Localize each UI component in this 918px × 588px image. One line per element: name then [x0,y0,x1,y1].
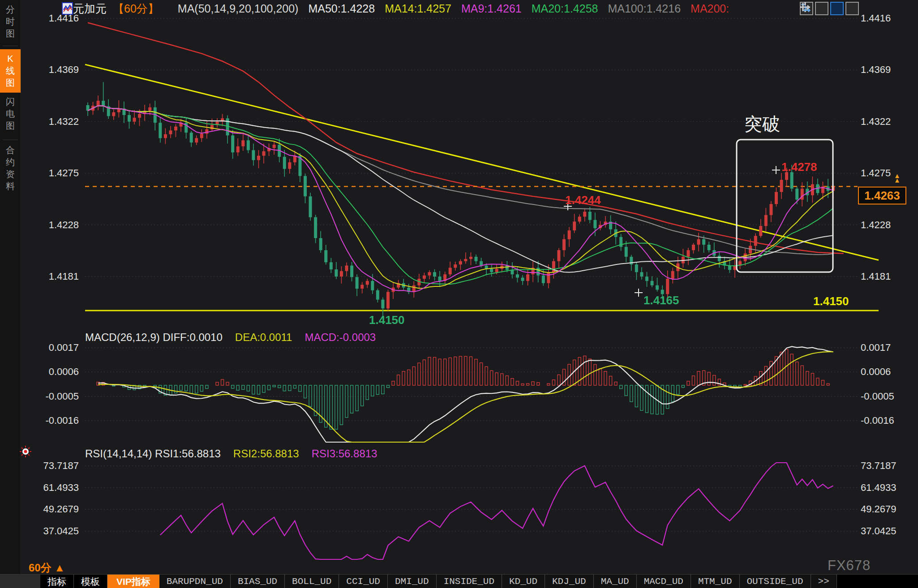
price-axis-tick-right: 1.4369 [861,64,901,76]
rsi-line [160,463,833,559]
breakout-annotation: 突破 [744,112,780,136]
ma-value-label: MA50:1.4228 [308,2,375,15]
cross-marker [772,166,780,174]
sidebar-divider [3,140,18,140]
header-ma-values: MA(50,14,9,20,100,200)MA50:1.4228MA14:1.… [178,2,729,15]
tab-kd-ud[interactable]: KD_UD [502,575,545,588]
tab-指标[interactable]: 指标 [40,575,74,588]
indicator-tabbar: 指标模板VIP指标BARUPDN_UDBIAS_UDBOLL_UDCCI_UDD… [0,574,918,588]
sidebar-tab-kline[interactable]: K线图 [0,49,21,93]
watermark: FX678 [828,558,871,574]
ma-value-label: MA20:1.4258 [532,2,598,15]
price-axis-tick-right: 1.4322 [861,116,901,128]
tabbar-spacer [0,575,40,588]
macd-axis-tick-right: -0.0016 [861,415,901,426]
price-axis-tick-right: 1.4275 [861,167,901,179]
rsi-axis-tick-left: 61.4933 [39,482,79,494]
macd-axis-tick-left: -0.0016 [39,415,79,426]
tab-cci-ud[interactable]: CCI_UD [339,575,388,588]
indicator-value-label: RSI3:56.8813 [312,447,377,460]
rsi-axis-tick-right: 49.2679 [861,503,901,515]
sidebar: 分时图K线图闪电图合约资料 [0,0,21,588]
rsi-axis-tick-right: 73.7187 [861,460,901,472]
macd-axis-tick-right: -0.0005 [861,391,901,402]
ma-value-label: MA(50,14,9,20,100,200) [178,2,299,15]
tab--[interactable]: >> [811,575,837,588]
price-axis-tick-left: 1.4416 [39,13,79,24]
tab-ma-ud[interactable]: MA_UD [594,575,637,588]
macd-axis-tick-left: 0.0017 [39,342,79,354]
chart-header: 美元加元 【60分】 MA(50,14,9,20,100,200)MA50:1.… [62,2,729,15]
sidebar-tab-lightning[interactable]: 闪电图 [0,96,21,132]
chart-toolbar [800,2,859,15]
date-axis: 02/1102/1302/1502/1902/2102/25 [0,559,918,574]
sidebar-tab-timeshare[interactable]: 分时图 [0,4,21,40]
ma-value-label: MA200: [691,2,729,15]
ma-value-label: MA100:1.4216 [608,2,681,15]
sidebar-divider [3,46,18,46]
cross-marker [635,289,643,297]
macd-header: MACD(26,12,9) DIFF:0.0010DEA:0.0011MACD:… [85,331,376,344]
tab-mtm-ud[interactable]: MTM_UD [691,575,740,588]
high-price-label: 1.4278 [781,160,817,174]
indicator-value-label: MACD(26,12,9) DIFF:0.0010 [85,331,223,344]
tab-bias-ud[interactable]: BIAS_UD [231,575,285,588]
trading-app-window: 分时图K线图闪电图合约资料 美元加元 【60分】 MA(50,14,9,20,1… [0,0,918,588]
price-axis-tick-right: 1.4228 [861,219,901,231]
indicator-value-label: MACD:-0.0003 [305,331,376,344]
price-axis-tick-right: 1.4416 [861,13,901,24]
current-price-badge: 1.4263 [858,187,906,205]
tab-inside-ud[interactable]: INSIDE_UD [437,575,502,588]
price-axis-tick-left: 1.4322 [39,116,79,128]
indicator-value-label: DEA:0.0011 [235,331,292,344]
tab-vip指标[interactable]: VIP指标 [107,575,159,588]
tab-macd-ud[interactable]: MACD_UD [637,575,691,588]
sidebar-tab-contract-info[interactable]: 合约资料 [0,144,21,192]
rsi-header: RSI(14,14,14) RSI1:56.8813RSI2:56.8813RS… [85,447,377,460]
rsi-axis-tick-left: 37.0425 [39,525,79,537]
tab-dmi-ud[interactable]: DMI_UD [388,575,437,588]
period-footer-label: 60分 ▲ [29,561,65,575]
macd-axis-tick-left: 0.0006 [39,366,79,378]
macd-axis-tick-left: -0.0005 [39,391,79,402]
indicator-value-label: RSI2:56.8813 [233,447,299,460]
ma50-line [88,106,833,272]
exit-right-icon[interactable] [845,2,859,15]
tab-barupdn-ud[interactable]: BARUPDN_UD [159,575,231,588]
price-axis-tick-left: 1.4181 [39,271,79,282]
rsi-axis-tick-right: 37.0425 [861,525,901,537]
mid-price-label: 1.4244 [565,193,601,207]
period-label: 【60分】 [113,1,159,16]
axis-scale-icon[interactable] [815,2,828,15]
price-axis-tick-left: 1.4228 [39,219,79,231]
price-axis-tick-left: 1.4369 [39,64,79,76]
low-price-label: 1.4165 [643,294,679,307]
tab-模板[interactable]: 模板 [74,575,107,588]
macd-axis-tick-right: 0.0006 [861,366,901,378]
rsi-axis-tick-left: 73.7187 [39,460,79,472]
tab-kdj-ud[interactable]: KDJ_UD [545,575,594,588]
macd-histogram [97,349,829,430]
tab-outside-ud[interactable]: OUTSIDE_UD [740,575,811,588]
macd-diff-line [98,346,833,442]
price-axis-tick-right: 1.4181 [861,271,901,282]
tab-boll-ud[interactable]: BOLL_UD [285,575,339,588]
macd-axis-tick-right: 0.0017 [861,342,901,354]
support-price-label-green: 1.4150 [369,313,405,327]
ma100-line [88,106,833,255]
rsi-axis-tick-left: 49.2679 [39,503,79,515]
chart-canvas [0,0,918,588]
rsi-axis-tick-right: 61.4933 [861,482,901,494]
ma-value-label: MA9:1.4261 [461,2,522,15]
indicator-value-label: RSI(14,14,14) RSI1:56.8813 [85,447,221,460]
support-price-label-yellow: 1.4150 [813,294,849,308]
price-axis-tick-left: 1.4275 [39,167,79,179]
candles-layer [86,82,835,316]
axis-play-icon[interactable] [830,2,844,15]
ma-value-label: MA14:1.4257 [385,2,451,15]
